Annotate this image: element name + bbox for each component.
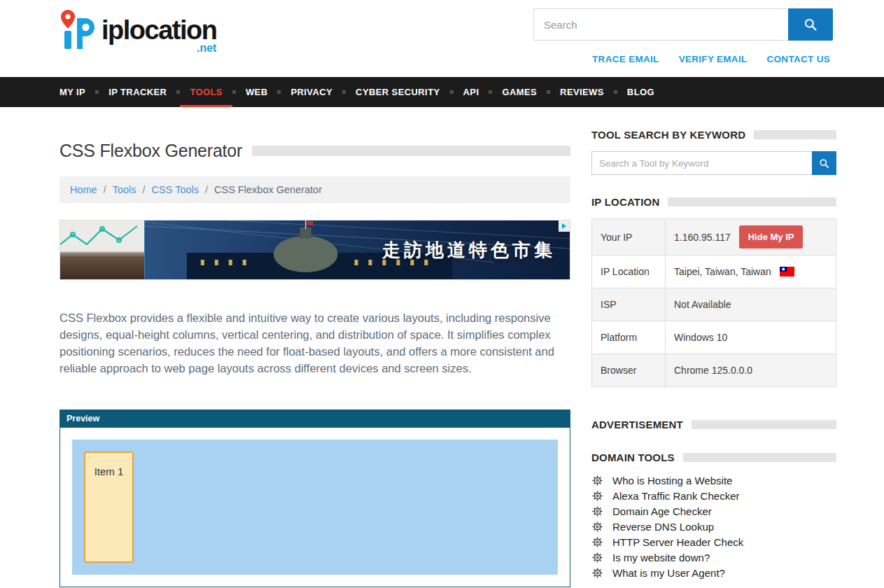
site-logo[interactable]: iplocation .net: [58, 8, 216, 53]
breadcrumb-separator: /: [205, 184, 208, 195]
breadcrumb-css-tools-link[interactable]: CSS Tools: [152, 184, 199, 195]
domain-tool-link-alexa-rank[interactable]: Alexa Traffic Rank Checker: [591, 488, 836, 503]
header-search-button[interactable]: [788, 8, 833, 41]
row-label: IP Location: [592, 255, 666, 288]
breadcrumb: Home / Tools / CSS Tools / CSS Flexbox G…: [59, 176, 570, 203]
tool-search-heading: TOOL SEARCH BY KEYWORD: [591, 129, 836, 141]
domain-tool-label: What is my User Agent?: [612, 567, 725, 579]
header-quick-links: TRACE EMAIL VERIFY EMAIL CONTACT US: [592, 54, 830, 64]
table-row: Platform Windows 10: [592, 321, 836, 354]
browser-value: Chrome 125.0.0.0: [674, 365, 752, 376]
site-header: iplocation .net TRACE EMAIL VERIFY EMAIL…: [0, 0, 884, 77]
preview-panel-body: Item 1: [59, 428, 570, 587]
header-search-input[interactable]: [533, 8, 788, 41]
main-nav: MY IP IP TRACKER TOOLS WEB PRIVACY CYBER…: [0, 77, 884, 107]
domain-tool-label: Reverse DNS Lookup: [612, 521, 714, 533]
domain-tool-label: Domain Age Checker: [612, 505, 712, 517]
table-row: IP Location Taipei, Taiwan, Taiwan: [592, 255, 836, 288]
row-value: Chrome 125.0.0.0: [666, 354, 836, 386]
breadcrumb-tools-link[interactable]: Tools: [113, 184, 136, 195]
ad-headline-text: 走訪地道特色市集: [382, 238, 556, 262]
your-ip-value: 1.160.95.117: [674, 232, 731, 243]
preview-flex-item-1[interactable]: Item 1: [84, 451, 134, 563]
domain-tool-link-domain-age[interactable]: Domain Age Checker: [591, 503, 836, 519]
gear-icon: [591, 567, 603, 579]
domain-tool-label: HTTP Server Header Check: [612, 536, 743, 548]
row-label: Platform: [592, 321, 666, 354]
nav-item-cyber-security[interactable]: CYBER SECURITY: [346, 77, 449, 107]
search-icon: [804, 18, 818, 31]
nav-item-my-ip[interactable]: MY IP: [50, 77, 95, 107]
gear-icon: [591, 505, 603, 517]
domain-tool-link-user-agent[interactable]: What is my User Agent?: [591, 565, 836, 580]
gear-icon: [591, 536, 603, 548]
domain-tool-link-website-down[interactable]: Is my website down?: [591, 550, 836, 565]
platform-value: Windows 10: [674, 332, 727, 343]
tool-search-input[interactable]: [591, 151, 812, 175]
logo-tld: .net: [101, 43, 216, 53]
advertisement-heading-text: ADVERTISEMENT: [591, 419, 683, 430]
logo-ip-pin-icon: [58, 8, 99, 52]
tool-description: CSS Flexbox provides a flexible and intu…: [59, 309, 570, 377]
advertisement-heading: ADVERTISEMENT: [591, 419, 836, 430]
nav-item-ip-tracker[interactable]: IP TRACKER: [99, 77, 176, 107]
domain-tools-list: Who is Hosting a Website Alexa Traffic R…: [591, 472, 836, 580]
nav-item-web[interactable]: WEB: [236, 77, 278, 107]
domain-tool-label: Who is Hosting a Website: [612, 475, 732, 486]
nav-item-tools[interactable]: TOOLS: [180, 77, 232, 107]
preview-panel-header: Preview: [59, 410, 570, 428]
contact-us-link[interactable]: CONTACT US: [767, 54, 831, 64]
ad-photo-left: [60, 220, 144, 279]
row-label: Browser: [592, 354, 666, 386]
nav-item-privacy[interactable]: PRIVACY: [281, 77, 342, 107]
ad-image: 走訪地道特色市集: [144, 220, 570, 279]
row-label: ISP: [592, 288, 666, 321]
domain-tools-heading: DOMAIN TOOLS: [591, 451, 836, 463]
heading-bar-decoration: [692, 420, 836, 429]
gear-icon: [591, 475, 603, 486]
heading-bar-decoration: [668, 197, 836, 206]
table-row: ISP Not Available: [592, 288, 836, 321]
main-content: CSS Flexbox Generator Home / Tools / CSS…: [59, 107, 570, 587]
row-value: Taipei, Taiwan, Taiwan: [666, 255, 836, 288]
ad-banner[interactable]: 走訪地道特色市集: [59, 220, 570, 280]
table-row: Your IP 1.160.95.117 Hide My IP: [592, 219, 836, 255]
header-search: [533, 8, 833, 41]
breadcrumb-home-link[interactable]: Home: [70, 184, 97, 195]
verify-email-link[interactable]: VERIFY EMAIL: [679, 54, 748, 64]
trace-email-link[interactable]: TRACE EMAIL: [592, 54, 659, 64]
tool-search-heading-text: TOOL SEARCH BY KEYWORD: [591, 129, 745, 141]
tool-search: [591, 151, 836, 175]
preview-flex-container: Item 1: [72, 440, 558, 575]
table-row: Browser Chrome 125.0.0.0: [592, 354, 836, 387]
domain-tool-link-reverse-dns[interactable]: Reverse DNS Lookup: [591, 519, 836, 534]
ip-location-value: Taipei, Taiwan, Taiwan: [674, 266, 771, 277]
nav-item-api[interactable]: API: [454, 77, 489, 107]
gear-icon: [591, 521, 603, 533]
nav-item-reviews[interactable]: REVIEWS: [550, 77, 614, 107]
search-icon: [819, 158, 829, 169]
gear-icon: [591, 552, 603, 564]
title-row: CSS Flexbox Generator: [59, 141, 570, 161]
domain-tool-link-http-header[interactable]: HTTP Server Header Check: [591, 534, 836, 550]
ip-location-heading-text: IP LOCATION: [591, 196, 659, 208]
nav-item-blog[interactable]: BLOG: [617, 77, 664, 107]
domain-tool-label: Alexa Traffic Rank Checker: [612, 490, 739, 502]
domain-tool-label: Is my website down?: [612, 552, 710, 564]
domain-tool-link-hosting[interactable]: Who is Hosting a Website: [591, 472, 836, 488]
row-label: Your IP: [592, 219, 666, 255]
adchoices-icon[interactable]: [559, 220, 570, 232]
ip-location-heading: IP LOCATION: [591, 196, 836, 208]
page: iplocation .net TRACE EMAIL VERIFY EMAIL…: [0, 0, 884, 588]
ip-location-table: Your IP 1.160.95.117 Hide My IP IP Locat…: [591, 218, 836, 387]
taiwan-flag-icon: [780, 267, 794, 276]
hide-my-ip-button[interactable]: Hide My IP: [739, 225, 804, 248]
row-value: Not Available: [666, 288, 836, 321]
nav-item-games[interactable]: GAMES: [492, 77, 547, 107]
sidebar: TOOL SEARCH BY KEYWORD IP LOCATION Your …: [591, 107, 836, 580]
flexbox-preview-panel: Preview Item 1: [59, 410, 570, 587]
tool-search-button[interactable]: [812, 151, 836, 175]
domain-tools-heading-text: DOMAIN TOOLS: [591, 451, 675, 463]
row-value: 1.160.95.117 Hide My IP: [666, 219, 836, 255]
isp-value: Not Available: [674, 299, 731, 310]
